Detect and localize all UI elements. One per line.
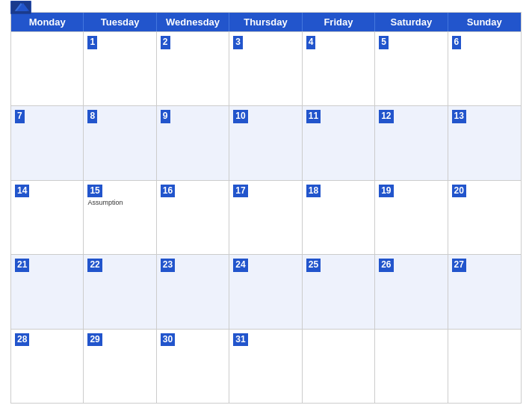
day-cell: 6 — [448, 32, 521, 105]
day-cell: 13 — [448, 106, 521, 179]
day-cell: 5 — [375, 32, 448, 105]
week-row-1: 123456 — [11, 31, 521, 105]
day-cell: 26 — [375, 255, 448, 328]
day-number: 20 — [452, 185, 466, 198]
day-cell: 22 — [84, 255, 156, 328]
week-row-4: 21222324252627 — [11, 254, 521, 328]
day-cell: 11 — [303, 106, 375, 179]
day-number: 26 — [379, 259, 393, 272]
day-header-friday: Friday — [303, 13, 375, 31]
day-number: 21 — [15, 259, 29, 272]
day-cell: 19 — [375, 181, 448, 254]
day-cell: 4 — [303, 32, 375, 105]
day-number: 10 — [233, 110, 247, 123]
day-header-monday: Monday — [11, 13, 84, 31]
day-cell: 16 — [157, 181, 229, 254]
day-cell — [303, 330, 375, 403]
day-cell: 21 — [11, 255, 84, 328]
week-row-3: 1415Assumption1617181920 — [11, 180, 521, 254]
day-cell: 18 — [303, 181, 375, 254]
day-cell: 31 — [229, 330, 302, 403]
day-number: 7 — [15, 110, 25, 123]
day-cell: 1 — [84, 32, 156, 105]
day-cell: 17 — [229, 181, 302, 254]
day-cell: 10 — [229, 106, 302, 179]
day-number: 22 — [87, 259, 102, 272]
day-number: 23 — [161, 259, 175, 272]
day-number: 6 — [452, 36, 462, 49]
week-row-2: 78910111213 — [11, 105, 521, 179]
day-number: 2 — [161, 36, 170, 49]
day-cell: 2 — [157, 32, 229, 105]
day-cell: 12 — [375, 106, 448, 179]
day-number: 18 — [306, 185, 321, 198]
day-number: 27 — [452, 259, 466, 272]
day-number: 12 — [379, 110, 393, 123]
day-number: 17 — [233, 185, 247, 198]
week-row-5: 28293031 — [11, 329, 521, 403]
day-cell — [448, 330, 521, 403]
day-cell: 23 — [157, 255, 229, 328]
day-cell: 9 — [157, 106, 229, 179]
day-cell — [11, 32, 84, 105]
day-number: 30 — [161, 333, 175, 347]
day-number: 1 — [87, 36, 97, 49]
day-number: 31 — [233, 333, 247, 347]
day-cell: 24 — [229, 255, 302, 328]
day-cell — [375, 330, 448, 403]
day-header-wednesday: Wednesday — [157, 13, 229, 31]
day-cell: 27 — [448, 255, 521, 328]
day-number: 19 — [379, 185, 393, 198]
day-cell: 15Assumption — [84, 181, 156, 254]
day-number: 3 — [233, 36, 243, 49]
day-cell: 7 — [11, 106, 84, 179]
day-cell: 8 — [84, 106, 156, 179]
day-cell: 20 — [448, 181, 521, 254]
day-number: 24 — [233, 259, 247, 272]
holiday-label: Assumption — [87, 199, 152, 207]
calendar: MondayTuesdayWednesdayThursdayFridaySatu… — [10, 12, 522, 404]
day-header-sunday: Sunday — [448, 13, 521, 31]
day-number: 15 — [87, 185, 102, 198]
day-cell: 3 — [229, 32, 302, 105]
logo-icon — [10, 1, 31, 14]
day-number: 8 — [87, 110, 97, 123]
day-cell: 28 — [11, 330, 84, 403]
day-number: 14 — [15, 185, 29, 198]
day-number: 4 — [306, 36, 316, 49]
day-cell: 29 — [84, 330, 156, 403]
day-cell: 30 — [157, 330, 229, 403]
day-header-saturday: Saturday — [375, 13, 448, 31]
day-cell: 25 — [303, 255, 375, 328]
day-number: 16 — [161, 185, 175, 198]
day-number: 25 — [306, 259, 321, 272]
day-number: 13 — [452, 110, 466, 123]
weeks-container: 123456789101112131415Assumption161718192… — [11, 31, 521, 403]
day-cell: 14 — [11, 181, 84, 254]
day-header-tuesday: Tuesday — [84, 13, 156, 31]
day-header-thursday: Thursday — [229, 13, 302, 31]
day-number: 9 — [161, 110, 170, 123]
day-number: 29 — [87, 333, 102, 347]
day-number: 28 — [15, 333, 29, 347]
day-headers-row: MondayTuesdayWednesdayThursdayFridaySatu… — [11, 13, 521, 31]
logo — [10, 1, 31, 15]
day-number: 5 — [379, 36, 389, 49]
day-number: 11 — [306, 110, 321, 123]
